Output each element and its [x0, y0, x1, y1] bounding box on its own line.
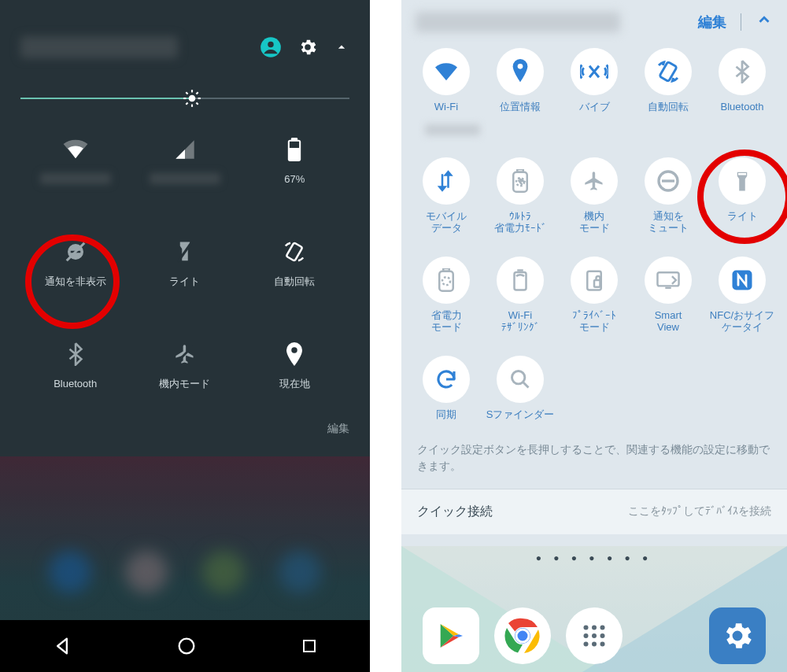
secondary-label-blurred	[425, 124, 480, 135]
powersave-icon	[423, 257, 470, 304]
smartview-label: Smart View	[655, 310, 682, 334]
brightness-slider[interactable]	[20, 87, 349, 110]
nav-back-icon[interactable]	[51, 635, 73, 657]
svg-line-10	[197, 92, 198, 94]
autorotate-label: 自動回転	[274, 275, 315, 288]
svg-point-45	[583, 626, 588, 630]
tile-flashlight[interactable]: ライト	[705, 157, 779, 234]
nfc-label: NFC/おサイフ ケータイ	[710, 310, 774, 334]
svg-point-21	[179, 639, 194, 654]
play-store-icon[interactable]	[423, 607, 479, 664]
tile-bluetooth[interactable]: Bluetooth	[20, 338, 130, 409]
qs-tile-grid: 67% 通知を非表示 ライト 自動回転 Bluetooth 機	[20, 134, 349, 409]
tile-tether[interactable]: Wi-Fi ﾃｻﾞﾘﾝｸﾞ	[483, 257, 557, 334]
settings-app-icon[interactable]	[709, 607, 766, 664]
chrome-icon[interactable]	[494, 607, 551, 664]
svg-point-50	[600, 633, 604, 638]
tile-bluetooth[interactable]: Bluetooth	[705, 48, 779, 113]
qs-header: 編集	[401, 0, 787, 39]
quick-connect-bar[interactable]: クイック接続 ここをﾀｯﾌﾟしてﾃﾞﾊﾞｲｽを接続	[401, 489, 787, 534]
account-icon[interactable]	[260, 36, 282, 58]
dnd-label: 通知を非表示	[45, 275, 106, 288]
svg-line-8	[197, 102, 198, 104]
tile-smartview[interactable]: Smart View	[631, 257, 705, 334]
nav-recents-icon[interactable]	[300, 637, 319, 655]
svg-rect-30	[738, 173, 746, 175]
tile-wifi[interactable]: Wi-Fi	[409, 48, 483, 113]
sync-icon	[423, 356, 470, 403]
location-label: 位置情報	[500, 102, 541, 113]
collapse-chevron-icon[interactable]	[756, 11, 773, 32]
mobiledata-icon	[423, 157, 470, 205]
nav-home-icon[interactable]	[176, 635, 198, 657]
tile-battery[interactable]: 67%	[240, 134, 349, 205]
brightness-thumb-icon[interactable]	[182, 88, 202, 112]
blurred-app-icon	[279, 551, 321, 593]
status-text-blurred	[20, 36, 178, 58]
svg-point-52	[592, 642, 597, 647]
svg-rect-32	[443, 268, 449, 271]
tile-flashlight[interactable]: ライト	[130, 236, 239, 307]
quick-connect-title: クイック接続	[417, 504, 493, 520]
tile-dnd[interactable]: 通知を非表示	[20, 236, 130, 307]
airplane-off-icon	[173, 338, 197, 370]
tile-autorotate[interactable]: 自動回転	[631, 48, 705, 113]
tile-private[interactable]: ﾌﾟﾗｲﾍﾞｰﾄ モード	[557, 257, 631, 334]
svg-point-1	[268, 42, 273, 47]
ultra-power-icon	[497, 157, 544, 205]
tile-mobiledata[interactable]: モバイル データ	[409, 157, 483, 234]
tether-label: Wi-Fi ﾃｻﾞﾘﾝｸﾞ	[501, 310, 540, 334]
edit-tiles-link[interactable]: 編集	[0, 417, 370, 447]
blurred-app-icon	[202, 551, 245, 593]
wifi-icon	[62, 134, 89, 165]
tile-mute[interactable]: 通知を ミュート	[631, 157, 705, 234]
location-pin-icon	[286, 338, 303, 370]
tile-sync[interactable]: 同期	[409, 356, 483, 421]
bluetooth-icon	[719, 48, 766, 95]
svg-line-40	[523, 382, 529, 387]
flashlight-icon	[719, 157, 766, 205]
app-drawer-icon[interactable]	[566, 607, 623, 664]
smartview-icon	[645, 257, 692, 304]
svg-point-49	[592, 633, 597, 638]
quick-connect-hint: ここをﾀｯﾌﾟしてﾃﾞﾊﾞｲｽを接続	[628, 504, 771, 519]
tile-sfinder[interactable]: Sファインダー	[483, 356, 557, 421]
tile-airplane[interactable]: 機内 モード	[557, 157, 631, 234]
cellular-icon	[173, 134, 197, 165]
tile-cellular[interactable]	[130, 134, 239, 205]
svg-rect-36	[594, 280, 600, 287]
sfinder-label: Sファインダー	[486, 409, 555, 421]
flashlight-label: ライト	[169, 275, 200, 288]
svg-point-46	[592, 626, 597, 630]
tile-ultrapower[interactable]: ｳﾙﾄﾗ 省電力ﾓｰﾄﾞ	[483, 157, 557, 234]
tile-wifi[interactable]	[20, 134, 130, 205]
tile-nfc[interactable]: NFC/おサイフ ケータイ	[705, 257, 779, 334]
bluetooth-label: Bluetooth	[54, 378, 97, 390]
mobiledata-label: モバイル データ	[426, 211, 467, 234]
ultrapower-label: ｳﾙﾄﾗ 省電力ﾓｰﾄﾞ	[494, 211, 547, 234]
edit-button[interactable]: 編集	[698, 13, 726, 31]
location-pin-icon	[497, 48, 544, 95]
svg-point-39	[512, 371, 525, 383]
svg-rect-12	[291, 138, 297, 141]
tile-location[interactable]: 現在地	[240, 338, 349, 409]
blurred-app-icon	[49, 551, 91, 593]
tile-airplane[interactable]: 機内モード	[130, 338, 239, 409]
svg-rect-18	[286, 242, 303, 261]
svg-point-23	[518, 64, 523, 69]
tile-powersave[interactable]: 省電力 モード	[409, 257, 483, 334]
svg-point-48	[583, 633, 588, 638]
tile-vibrate[interactable]: バイブ	[557, 48, 631, 113]
svg-point-51	[583, 642, 588, 647]
nfc-icon	[719, 257, 766, 304]
collapse-chevron-icon[interactable]	[334, 39, 349, 55]
tile-autorotate[interactable]: 自動回転	[240, 236, 349, 307]
settings-gear-icon[interactable]	[297, 37, 318, 57]
dnd-hidden-icon	[64, 236, 87, 268]
svg-point-33	[442, 277, 450, 285]
wifi-tether-icon	[497, 257, 544, 304]
tile-location[interactable]: 位置情報	[483, 48, 557, 113]
airplane-label: 機内 モード	[579, 211, 610, 234]
flashlight-label: ライト	[727, 211, 758, 223]
autorotate-icon	[645, 48, 692, 95]
